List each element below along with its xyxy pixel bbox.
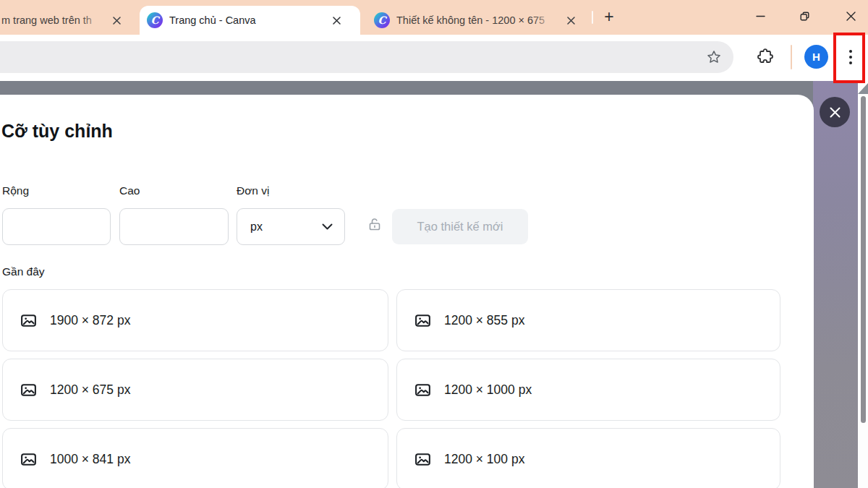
tab-separator [592, 11, 593, 24]
width-label: Rộng [2, 184, 29, 197]
image-icon [20, 312, 38, 330]
custom-size-dialog: Cỡ tùy chỉnh Rộng Cao Đơn vị px Tạo thiế… [0, 95, 814, 488]
recent-size-item[interactable]: 1200 × 855 px [396, 289, 780, 351]
page-backdrop: Cỡ tùy chỉnh Rộng Cao Đơn vị px Tạo thiế… [0, 81, 868, 488]
tab-title: Trang chủ - Canva [169, 14, 256, 26]
unit-label: Đơn vị [237, 184, 269, 197]
extensions-puzzle-icon[interactable] [755, 46, 775, 67]
close-icon [829, 106, 841, 119]
new-tab-button[interactable]: + [599, 7, 619, 27]
recent-size-item[interactable]: 1900 × 872 px [2, 289, 388, 351]
toolbar-separator [791, 45, 792, 69]
page-scrollbar-thumb[interactable] [861, 96, 866, 423]
bookmark-star-icon[interactable] [705, 48, 723, 67]
recent-size-item[interactable]: 1000 × 841 px [2, 428, 388, 488]
tab-close-icon[interactable] [328, 12, 344, 28]
height-label: Cao [119, 184, 140, 197]
tab-close-icon[interactable] [563, 12, 579, 28]
browser-window: m trang web trên th C Trang chủ - Canva … [0, 0, 868, 488]
recent-section-label: Gần đây [2, 265, 45, 278]
dialog-close-button[interactable] [820, 97, 850, 127]
image-icon [414, 450, 432, 468]
profile-avatar[interactable]: H [804, 45, 828, 69]
tab-title-fade [81, 12, 107, 29]
image-icon [414, 381, 432, 399]
tab-canva-home[interactable]: C Trang chủ - Canva [140, 6, 360, 35]
window-restore-button[interactable] [791, 3, 818, 29]
recent-size-item[interactable]: 1200 × 1000 px [396, 359, 780, 421]
tab-title-fade [534, 12, 556, 29]
recent-size-item[interactable]: 1200 × 100 px [396, 428, 780, 488]
canva-logo-icon: C [374, 12, 390, 28]
tab-close-icon[interactable] [109, 12, 124, 28]
tab-webpage[interactable]: m trang web trên th [0, 6, 130, 35]
window-close-button[interactable] [837, 3, 864, 29]
unit-dropdown[interactable]: px [237, 208, 345, 245]
window-minimize-button[interactable] [746, 3, 774, 29]
image-icon [414, 312, 432, 330]
size-text: 1200 × 100 px [444, 452, 524, 467]
tab-bar: m trang web trên th C Trang chủ - Canva … [0, 0, 868, 35]
create-design-button[interactable]: Tạo thiết kế mới [392, 209, 528, 244]
browser-toolbar: H [0, 35, 868, 81]
height-input[interactable] [119, 208, 229, 245]
image-icon [20, 381, 38, 399]
size-text: 1200 × 855 px [444, 313, 524, 328]
recent-size-item[interactable]: 868 × 488 px [2, 359, 388, 421]
canva-logo-icon: C [147, 12, 163, 28]
chevron-down-icon [322, 223, 333, 230]
size-text: 868 × 488 px [50, 382, 130, 398]
size-text: 1200 × 1000 px [444, 382, 532, 398]
size-text: 1900 × 872 px [50, 313, 130, 328]
aspect-lock-icon[interactable] [365, 215, 384, 234]
address-bar[interactable] [0, 41, 733, 73]
dialog-title: Cỡ tùy chỉnh [1, 121, 113, 142]
scroll-corner-shape [858, 82, 868, 95]
browser-menu-kebab-icon[interactable] [841, 43, 861, 71]
width-input[interactable] [2, 208, 111, 245]
image-icon [20, 450, 38, 468]
recent-sizes-grid: 1900 × 872 px 1200 × 855 px 868 × 488 p… [2, 289, 781, 488]
tab-untitled-design[interactable]: C Thiết kế không tên - 868 × 488 [365, 6, 586, 35]
size-text: 1000 × 841 px [50, 452, 130, 467]
unit-selected-value: px [250, 221, 263, 234]
